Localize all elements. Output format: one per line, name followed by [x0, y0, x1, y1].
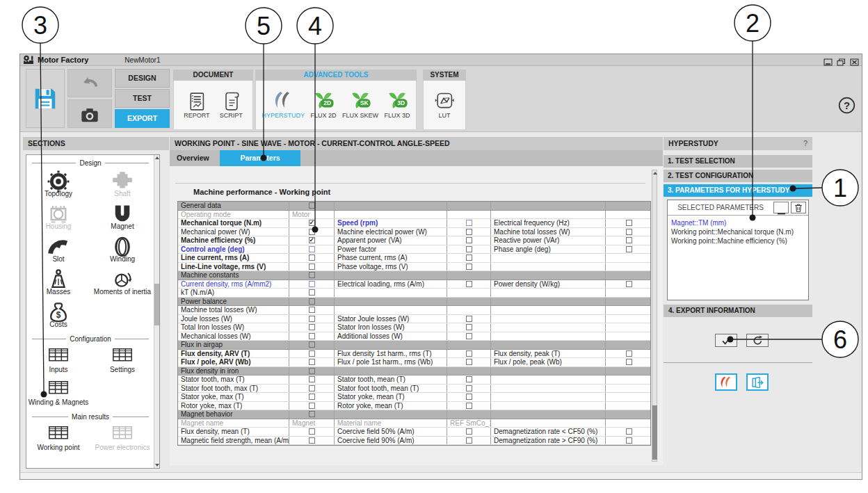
remove-parameter-button[interactable]: [773, 202, 789, 213]
param-checkbox[interactable]: [626, 229, 632, 235]
help-button[interactable]: ?: [838, 97, 855, 114]
param-checkbox[interactable]: [466, 316, 472, 322]
screenshot-button[interactable]: [67, 99, 112, 128]
parameter-list-item[interactable]: Working point::Machine efficiency (%): [671, 236, 805, 245]
lut-button[interactable]: LUT: [434, 91, 455, 119]
sidebar-item-costs[interactable]: $Costs: [26, 298, 90, 331]
param-checkbox[interactable]: [309, 298, 315, 305]
param-checkbox[interactable]: [309, 246, 315, 252]
param-checkbox[interactable]: [466, 376, 472, 382]
param-checkbox[interactable]: [626, 220, 632, 226]
param-checkbox[interactable]: [309, 202, 315, 209]
param-checkbox[interactable]: [466, 394, 472, 400]
param-checkbox[interactable]: [466, 333, 472, 339]
param-checkbox[interactable]: [309, 316, 315, 322]
sidebar-item-inputs[interactable]: Inputs: [26, 344, 90, 376]
param-checkbox[interactable]: [309, 359, 315, 365]
export-button[interactable]: [746, 373, 769, 391]
param-checkbox[interactable]: [466, 324, 472, 330]
param-checkbox[interactable]: [309, 428, 315, 435]
param-checkbox[interactable]: [309, 333, 315, 339]
param-checkbox[interactable]: [466, 359, 472, 365]
param-checkbox[interactable]: [466, 254, 472, 261]
param-checkbox[interactable]: [309, 289, 315, 296]
param-checkbox[interactable]: [309, 341, 315, 348]
mode-button-design[interactable]: DESIGN: [115, 69, 170, 88]
main-scrollbar[interactable]: [652, 170, 657, 462]
undo-button[interactable]: [67, 69, 112, 97]
sidebar-item-working-point[interactable]: Working point: [26, 421, 90, 454]
sidebar-item-masses[interactable]: Masses: [26, 266, 90, 298]
export-information-bar[interactable]: 4. EXPORT INFORMATION: [664, 305, 812, 317]
sidebar-item-topology[interactable]: Topology: [26, 168, 90, 200]
param-checkbox[interactable]: [309, 394, 315, 400]
param-checkbox[interactable]: [309, 254, 315, 261]
hyperstudy-step-2[interactable]: 2. TEST CONFIGURATION: [664, 170, 812, 182]
mode-button-export[interactable]: EXPORT: [115, 109, 170, 128]
hyperstudy-button[interactable]: HYPERSTUDY: [262, 91, 305, 119]
param-checkbox[interactable]: [309, 376, 315, 382]
param-checkbox[interactable]: [466, 229, 472, 235]
sidebar-item-winding[interactable]: Winding: [90, 233, 154, 266]
param-checkbox[interactable]: [466, 403, 472, 409]
close-icon[interactable]: [850, 56, 859, 64]
param-checkbox[interactable]: [626, 281, 632, 287]
param-checkbox[interactable]: [466, 220, 472, 226]
param-checkbox[interactable]: [309, 437, 315, 444]
sidebar-item-moments-of-inertia[interactable]: Moments of inertia: [90, 266, 154, 298]
reset-button[interactable]: [746, 334, 769, 347]
param-checkbox[interactable]: [626, 246, 632, 252]
script-button[interactable]: SCRIPT: [220, 91, 243, 119]
hyperstudy-help[interactable]: ?: [803, 137, 807, 150]
sidebar-item-settings[interactable]: Settings: [90, 344, 154, 376]
sidebar-item-magnet[interactable]: Magnet: [90, 200, 154, 233]
validate-button[interactable]: [715, 334, 737, 347]
param-checkbox[interactable]: [309, 220, 315, 226]
param-checkbox[interactable]: [626, 437, 632, 444]
param-checkbox[interactable]: [626, 350, 632, 357]
param-checkbox[interactable]: [309, 324, 315, 330]
param-checkbox[interactable]: [309, 350, 315, 357]
flux-2d-button[interactable]: 2DFLUX 2D: [310, 91, 336, 119]
param-checkbox[interactable]: [466, 264, 472, 270]
flux-3d-button[interactable]: 3DFLUX 3D: [384, 91, 410, 119]
param-checkbox[interactable]: [626, 359, 632, 365]
report-button[interactable]: REPORT: [184, 91, 209, 119]
param-checkbox[interactable]: [466, 428, 472, 435]
param-checkbox[interactable]: [466, 246, 472, 252]
param-checkbox[interactable]: [466, 385, 472, 391]
param-checkbox[interactable]: [466, 437, 472, 444]
param-checkbox[interactable]: [309, 264, 315, 270]
param-checkbox[interactable]: [466, 281, 472, 287]
parameter-list-item[interactable]: Working point::Mechanical torque (N.m): [671, 227, 805, 236]
param-checkbox[interactable]: [309, 385, 315, 391]
param-checkbox[interactable]: [309, 272, 315, 278]
hyperstudy-step-1[interactable]: 1. TEST SELECTION: [664, 155, 812, 168]
param-checkbox[interactable]: [309, 403, 315, 409]
tab-parameters[interactable]: Parameters: [220, 150, 300, 166]
param-checkbox[interactable]: [466, 237, 472, 243]
delete-all-parameters-button[interactable]: [791, 202, 806, 213]
param-checkbox[interactable]: [626, 428, 632, 435]
param-checkbox[interactable]: [309, 229, 315, 235]
param-checkbox[interactable]: [309, 237, 315, 243]
parameter-list-item[interactable]: Magnet::TM (mm): [671, 218, 805, 227]
mode-button-test[interactable]: TEST: [115, 89, 170, 108]
param-checkbox[interactable]: [309, 411, 315, 417]
tab-overview[interactable]: Overview: [177, 150, 209, 166]
sections-scrollbar[interactable]: [154, 155, 159, 468]
hyperstudy-step-3[interactable]: 3. PARAMETERS FOR HYPERSTUDY: [664, 184, 812, 197]
titlebar: Motor Factory NewMotor1: [20, 54, 862, 66]
sidebar-item-slot[interactable]: Slot: [26, 233, 90, 266]
save-button[interactable]: [26, 69, 65, 128]
minimize-icon[interactable]: [823, 56, 833, 64]
param-checkbox[interactable]: [309, 307, 315, 313]
hyperstudy-launch-button[interactable]: [715, 373, 737, 391]
restore-icon[interactable]: [837, 56, 846, 64]
param-checkbox[interactable]: [466, 350, 472, 357]
param-checkbox[interactable]: [309, 368, 315, 374]
param-checkbox[interactable]: [309, 281, 315, 287]
sidebar-item-winding-magnets[interactable]: Winding & Magnets: [26, 376, 90, 409]
flux-skew-button[interactable]: SKFLUX SKEW: [342, 91, 378, 119]
param-checkbox[interactable]: [626, 237, 632, 243]
